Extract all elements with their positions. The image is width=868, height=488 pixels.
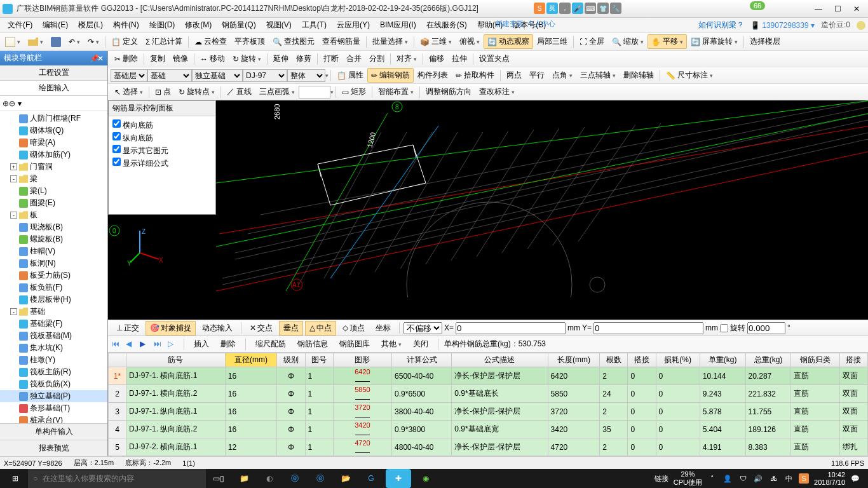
cell-id[interactable]: DJ-97-1. 横向底筋.1 <box>126 367 226 385</box>
cell-tw[interactable]: 189.126 <box>745 421 791 438</box>
cell-tw[interactable]: 11.755 <box>745 403 791 421</box>
offset-button[interactable]: 偏移 <box>425 51 448 66</box>
rebar-option[interactable]: 横向底筋 <box>112 119 212 132</box>
tree-item[interactable]: 筏板基础(M) <box>0 330 107 342</box>
table-row[interactable]: 3 DJ-97-1. 纵向底筋.1 16 Φ 1 3720 3800-40-40… <box>109 403 868 421</box>
app-folder-icon[interactable]: 📁 <box>231 469 257 488</box>
cell-loss[interactable]: 0 <box>656 438 700 456</box>
tray-volume-icon[interactable]: 🔊 <box>753 473 763 484</box>
cell-joint[interactable]: 双面 <box>839 421 867 438</box>
tree-item[interactable]: 柱墩(Y) <box>0 354 107 366</box>
adjust-dir-button[interactable]: 调整钢筋方向 <box>422 85 475 99</box>
tray-up-icon[interactable]: ˄ <box>707 473 717 484</box>
cell-count[interactable]: 35 <box>600 421 628 438</box>
rotate-point-button[interactable]: ↻ 旋转点 ▾ <box>175 85 219 99</box>
cell-lap[interactable]: 0 <box>628 367 656 385</box>
find-graphic-button[interactable]: 🔍 查找图元 <box>269 34 318 49</box>
cell-count[interactable]: 2 <box>600 367 628 385</box>
cell-count[interactable]: 2 <box>600 403 628 421</box>
tree-item[interactable]: 人防门框墙(RF <box>0 112 107 125</box>
parallel-button[interactable]: 平行 <box>526 68 548 83</box>
table-header[interactable]: 损耗(%) <box>656 353 700 367</box>
tree-item[interactable]: 集水坑(K) <box>0 342 107 354</box>
tree-item[interactable]: -梁 <box>0 173 107 185</box>
table-header[interactable]: 级别 <box>277 353 305 367</box>
point-button[interactable]: ⊡ 点 <box>151 85 175 99</box>
dyn-input-button[interactable]: 动态输入 <box>198 321 237 336</box>
axis3-button[interactable]: 三点辅轴 ▾ <box>576 68 620 83</box>
edit-rebar-button[interactable]: ✏ 编辑钢筋 <box>367 68 414 83</box>
table-header[interactable]: 图形 <box>333 353 391 367</box>
cell-class[interactable]: 直筋 <box>791 367 839 385</box>
tab-report-preview[interactable]: 报表预览 <box>0 440 107 456</box>
stretch-button[interactable]: 拉伸 <box>448 51 471 66</box>
cell-id[interactable]: DJ-97-1. 纵向底筋.1 <box>126 403 226 421</box>
offset-mode-select[interactable]: 不偏移 <box>403 322 442 334</box>
cell-uw[interactable]: 5.404 <box>700 421 745 438</box>
cell-joint[interactable]: 双面 <box>839 367 867 385</box>
row-number[interactable]: 2 <box>109 385 126 403</box>
table-header[interactable]: 根数 <box>600 353 628 367</box>
cell-id[interactable]: DJ-97-1. 横向底筋.2 <box>126 385 226 403</box>
cell-len[interactable]: 3420 <box>548 421 600 438</box>
menu-online[interactable]: 在线服务(S) <box>421 18 472 32</box>
cell-len[interactable]: 4720 <box>548 438 600 456</box>
tree-item[interactable]: 基础梁(F) <box>0 318 107 330</box>
tree-item[interactable]: 板负筋(F) <box>0 281 107 294</box>
table-row[interactable]: 2 DJ-97-1. 横向底筋.2 16 Φ 1 5850 0.9*6500 0… <box>109 385 868 403</box>
rebar-option-checkbox[interactable] <box>112 119 121 128</box>
line-button[interactable]: ／ 直线 <box>223 85 255 99</box>
nav-prev-button[interactable]: ◀ <box>126 339 136 349</box>
table-row[interactable]: 5 DJ-97-2. 横向底筋.1 12 Φ 1 4720 4800-40-40… <box>109 438 868 456</box>
row-number[interactable]: 4 <box>109 421 126 438</box>
new-button[interactable]: ▾ <box>1 35 24 49</box>
merge-button[interactable]: 合并 <box>342 51 365 66</box>
zoom-button[interactable]: 🔍 缩放 ▾ <box>608 34 648 49</box>
tree-item[interactable]: +门窗洞 <box>0 161 107 173</box>
table-header[interactable] <box>109 353 126 367</box>
align-button[interactable]: 对齐 ▾ <box>393 51 421 66</box>
cell-joint[interactable]: 双面 <box>839 385 867 403</box>
rebar-option[interactable]: 显示详细公式 <box>112 157 212 170</box>
tray-notifications-icon[interactable]: 💬 <box>850 473 860 484</box>
attr-button[interactable]: 📋 属性 <box>333 68 367 83</box>
tree-toggle-icon[interactable]: - <box>10 308 17 315</box>
cell-calc[interactable]: 0.9*3800 <box>392 421 452 438</box>
nav-last-button[interactable]: ⏭ <box>154 339 164 349</box>
cell-joint[interactable]: 绑扎 <box>839 438 867 456</box>
item-select[interactable]: DJ-97 <box>243 69 287 82</box>
tray-shield-icon[interactable]: 🛡 <box>738 473 748 484</box>
tree-item[interactable]: 螺旋板(B) <box>0 233 107 245</box>
draw-value-input[interactable] <box>299 86 330 98</box>
cell-tw[interactable]: 221.832 <box>745 385 791 403</box>
cell-class[interactable]: 直筋 <box>791 438 839 456</box>
tray-people-icon[interactable]: 👤 <box>722 473 733 484</box>
app-chrome-icon[interactable]: ◐ <box>257 469 282 488</box>
two-point-button[interactable]: 两点 <box>503 68 526 83</box>
smart-layout-button[interactable]: 智能布置 ▾ <box>374 85 417 99</box>
cell-calc[interactable]: 0.9*6500 <box>392 385 452 403</box>
app-g2-icon[interactable]: ✚ <box>386 469 411 488</box>
cell-shape[interactable]: 3720 <box>333 403 391 421</box>
nav-play-button[interactable]: ▷ <box>168 339 178 349</box>
cell-dia[interactable]: 16 <box>225 403 277 421</box>
cell-dia[interactable]: 16 <box>225 367 277 385</box>
intersection-button[interactable]: ✕ 交点 <box>245 321 277 336</box>
panel-close-icon[interactable]: ✕ <box>97 54 104 63</box>
menu-component[interactable]: 构件(N) <box>108 18 144 32</box>
app-round-icon[interactable]: ◉ <box>413 469 438 488</box>
cell-dia[interactable]: 16 <box>225 421 277 438</box>
cell-desc[interactable]: 0.9*基础底宽 <box>452 421 548 438</box>
cell-count[interactable]: 24 <box>600 385 628 403</box>
rotate-input[interactable] <box>747 322 785 334</box>
pick-component-button[interactable]: ✏ 拾取构件 <box>452 68 498 83</box>
tab-single-input[interactable]: 单构件输入 <box>0 423 107 440</box>
tray-link-label[interactable]: 链接 <box>654 474 668 484</box>
tab-project-settings[interactable]: 工程设置 <box>0 65 107 81</box>
cell-class[interactable]: 直筋 <box>791 403 839 421</box>
viewport-3d[interactable]: 2680 1200 0 8 A1 钢筋显示控制面板 横向底筋 纵向底筋 显示其它… <box>108 100 868 320</box>
fullscreen-button[interactable]: ⛶ 全屏 <box>576 34 608 49</box>
app-g1-icon[interactable]: G <box>358 469 384 488</box>
layer-select[interactable]: 基础层 <box>111 69 147 82</box>
cell-shape[interactable]: 4720 <box>333 438 391 456</box>
